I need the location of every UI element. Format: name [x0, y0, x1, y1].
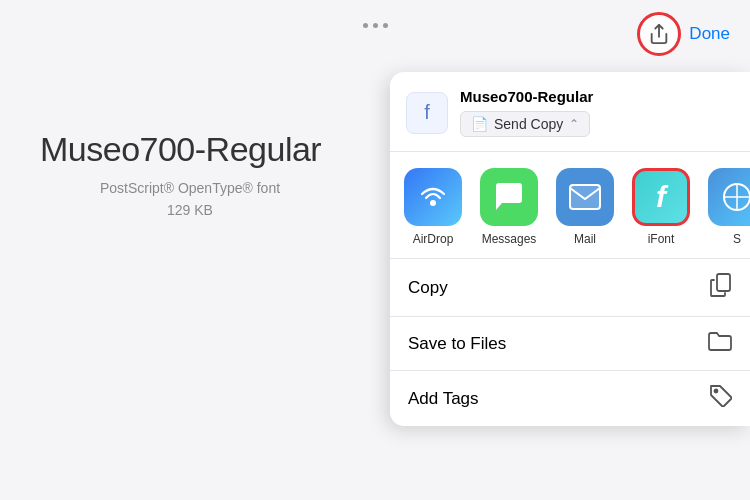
- save-to-files-icon: [708, 331, 732, 356]
- font-meta-info: PostScript® OpenType® font 129 KB: [40, 177, 340, 222]
- action-item-copy[interactable]: Copy: [390, 259, 750, 317]
- add-tags-label: Add Tags: [408, 389, 479, 409]
- sheet-filename: Museo700-Regular: [460, 88, 734, 105]
- done-button[interactable]: Done: [689, 24, 730, 44]
- ifont-icon: f: [632, 168, 690, 226]
- file-icon-letter: f: [424, 101, 430, 124]
- share-icon-circle[interactable]: [637, 12, 681, 56]
- dot-3: [383, 23, 388, 28]
- app-item-messages[interactable]: Messages: [480, 168, 538, 246]
- font-type-label: PostScript® OpenType® font: [100, 180, 280, 196]
- dot-1: [363, 23, 368, 28]
- svg-rect-2: [570, 185, 600, 209]
- file-info: Museo700-Regular 📄 Send Copy ⌃: [460, 88, 734, 137]
- safari-svg: [722, 182, 750, 212]
- messages-svg: [492, 180, 526, 214]
- send-copy-button[interactable]: 📄 Send Copy ⌃: [460, 111, 590, 137]
- send-copy-file-icon: 📄: [471, 116, 488, 132]
- messages-icon: [480, 168, 538, 226]
- svg-point-1: [430, 200, 436, 206]
- share-icon: [648, 23, 670, 45]
- font-preview-area: Museo700-Regular PostScript® OpenType® f…: [40, 130, 340, 222]
- sheet-header: f Museo700-Regular 📄 Send Copy ⌃: [390, 72, 750, 152]
- mail-label: Mail: [574, 232, 596, 246]
- mail-icon: [556, 168, 614, 226]
- ifont-label: iFont: [648, 232, 675, 246]
- app-item-ifont[interactable]: f iFont: [632, 168, 690, 246]
- add-tags-icon: [710, 385, 732, 412]
- three-dots-indicator: [363, 23, 388, 28]
- messages-label: Messages: [482, 232, 537, 246]
- action-item-add-tags[interactable]: Add Tags: [390, 371, 750, 426]
- action-item-save-to-files[interactable]: Save to Files: [390, 317, 750, 371]
- save-to-files-label: Save to Files: [408, 334, 506, 354]
- top-right-controls: Done: [637, 12, 730, 56]
- app-item-extra[interactable]: S: [708, 168, 750, 246]
- extra-app-icon: [708, 168, 750, 226]
- ifont-letter: f: [656, 180, 666, 214]
- svg-point-8: [715, 390, 718, 393]
- font-size-label: 129 KB: [167, 202, 213, 218]
- send-copy-chevron-icon: ⌃: [569, 117, 579, 131]
- app-item-mail[interactable]: Mail: [556, 168, 614, 246]
- copy-label: Copy: [408, 278, 448, 298]
- file-icon: f: [406, 92, 448, 134]
- apps-row: AirDrop Messages Mail f: [390, 152, 750, 259]
- font-name-display: Museo700-Regular: [40, 130, 340, 169]
- airdrop-icon: [404, 168, 462, 226]
- dot-2: [373, 23, 378, 28]
- extra-app-label: S: [733, 232, 741, 246]
- share-sheet: f Museo700-Regular 📄 Send Copy ⌃ AirDrop: [390, 72, 750, 426]
- copy-icon: [710, 273, 732, 302]
- airdrop-label: AirDrop: [413, 232, 454, 246]
- send-copy-label: Send Copy: [494, 116, 563, 132]
- svg-rect-7: [717, 274, 730, 291]
- action-list: Copy Save to Files Add Tags: [390, 259, 750, 426]
- mail-svg: [568, 183, 602, 211]
- app-item-airdrop[interactable]: AirDrop: [404, 168, 462, 246]
- airdrop-svg: [417, 181, 449, 213]
